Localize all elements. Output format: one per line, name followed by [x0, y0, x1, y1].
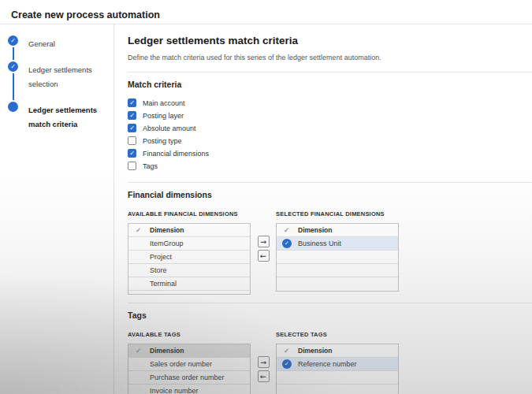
financial-dimensions-heading: Financial dimensions	[128, 190, 532, 199]
empty-table-row[interactable]	[277, 371, 398, 385]
row-label: Reference number	[298, 360, 357, 368]
available-tags-label: AVAILABLE TAGS	[128, 331, 251, 338]
selected-tags-grid[interactable]: ✓Dimension✓Reference number	[276, 344, 399, 394]
move-left-button[interactable]: ←	[258, 370, 270, 382]
table-row[interactable]: Store	[128, 264, 250, 277]
match-criteria-option[interactable]: ✓Financial dimensions	[128, 149, 532, 158]
selected-tags-column: SELECTED TAGS ✓Dimension✓Reference numbe…	[276, 329, 399, 394]
row-label: Business Unit	[298, 240, 341, 247]
tags-dual-list: AVAILABLE TAGS ✓DimensionSales order num…	[128, 329, 532, 394]
selected-financial-dimensions-label: SELECTED FINANCIAL DIMENSIONS	[276, 210, 399, 217]
checkbox-label: Main account	[143, 99, 185, 107]
column-header-label: Dimension	[298, 226, 332, 234]
row-selected-check-icon: ✓	[277, 239, 298, 248]
match-criteria-option[interactable]: Tags	[128, 162, 532, 170]
checkbox-checked-icon[interactable]: ✓	[128, 124, 136, 132]
tags-move-buttons: → ←	[251, 356, 276, 382]
empty-table-row[interactable]	[277, 264, 398, 277]
completed-step-check-icon: ✓	[8, 61, 18, 72]
checkbox-checked-icon[interactable]: ✓	[128, 98, 136, 107]
row-selected-check-icon: ✓	[277, 359, 298, 369]
table-row[interactable]: Worker	[128, 291, 250, 295]
checkbox-unchecked-icon[interactable]	[128, 136, 136, 145]
checkbox-label: Tags	[143, 162, 158, 170]
column-header-label: Dimension	[150, 226, 184, 234]
table-row[interactable]: Project	[128, 251, 250, 264]
wizard-step-3[interactable]: Ledger settlements match criteria	[5, 102, 109, 142]
column-header-label: Dimension	[298, 347, 332, 355]
available-tags-column: AVAILABLE TAGS ✓DimensionSales order num…	[128, 329, 251, 394]
grid-header-row[interactable]: ✓Dimension	[128, 224, 250, 237]
table-row[interactable]: ✓Business Unit	[277, 237, 398, 251]
table-row[interactable]: ItemGroup	[128, 237, 250, 251]
grid-header-row[interactable]: ✓Dimension	[277, 224, 398, 237]
checkbox-label: Posting layer	[143, 112, 184, 120]
table-row[interactable]: Sales order number	[128, 358, 250, 371]
wizard-step-2[interactable]: ✓Ledger settlements selection	[5, 61, 109, 102]
page-description: Define the match criteria used for this …	[128, 54, 532, 61]
column-check-icon: ✓	[128, 226, 150, 234]
financial-dimensions-move-buttons: → ←	[251, 236, 276, 262]
empty-table-row[interactable]	[277, 251, 398, 264]
tags-heading: Tags	[128, 310, 532, 320]
wizard-page: Ledger settlements match criteria Define…	[114, 24, 532, 394]
checkbox-label: Absolute amount	[143, 125, 196, 132]
table-row[interactable]: Purchase order number	[128, 371, 250, 385]
match-criteria-heading: Match criteria	[128, 80, 532, 89]
step-label: General	[28, 39, 55, 48]
match-criteria-option[interactable]: Posting type	[128, 136, 532, 145]
checkbox-checked-icon[interactable]: ✓	[128, 111, 136, 120]
column-check-icon: ✓	[128, 347, 150, 355]
grid-header-row[interactable]: ✓Dimension	[128, 344, 250, 358]
selected-financial-dimensions-column: SELECTED FINANCIAL DIMENSIONS ✓Dimension…	[276, 209, 399, 292]
match-criteria-section: Match criteria ✓Main account✓Posting lay…	[128, 72, 532, 182]
row-label: Purchase order number	[150, 374, 225, 381]
empty-table-row[interactable]	[277, 277, 398, 291]
step-label: Ledger settlements match criteria	[28, 106, 97, 128]
match-criteria-option[interactable]: ✓Absolute amount	[128, 124, 532, 132]
financial-dimensions-section: Financial dimensions AVAILABLE FINANCIAL…	[128, 183, 532, 303]
selected-row-check-icon: ✓	[282, 239, 292, 248]
completed-step-check-icon: ✓	[8, 35, 18, 46]
dialog-body: ✓General✓Ledger settlements selectionLed…	[0, 24, 532, 394]
selected-tags-label: SELECTED TAGS	[276, 331, 399, 338]
column-check-icon: ✓	[277, 226, 298, 234]
checkbox-label: Posting type	[143, 137, 182, 145]
wizard-step-1[interactable]: ✓General	[5, 35, 109, 61]
step-label: Ledger settlements selection	[28, 65, 92, 88]
row-label: ItemGroup	[150, 240, 184, 247]
checkbox-checked-icon[interactable]: ✓	[128, 149, 136, 158]
table-row[interactable]: ✓Reference number	[277, 358, 398, 371]
move-left-button[interactable]: ←	[258, 250, 270, 262]
checkbox-label: Financial dimensions	[143, 150, 209, 158]
page-title: Ledger settlements match criteria	[128, 35, 532, 46]
row-label: Store	[150, 266, 167, 274]
dialog-header: Create new process automation	[0, 0, 532, 24]
checkbox-unchecked-icon[interactable]	[128, 162, 136, 170]
selected-row-check-icon: ✓	[282, 359, 292, 369]
wizard-step-sidebar: ✓General✓Ledger settlements selectionLed…	[0, 24, 114, 394]
tags-section: Tags AVAILABLE TAGS ✓DimensionSales orde…	[128, 303, 532, 394]
available-financial-dimensions-label: AVAILABLE FINANCIAL DIMENSIONS	[128, 210, 251, 217]
row-label: Project	[150, 253, 172, 261]
available-financial-dimensions-grid[interactable]: ✓DimensionItemGroupProjectStoreTerminalW…	[128, 223, 251, 295]
row-label: Terminal	[150, 280, 177, 288]
financial-dimensions-dual-list: AVAILABLE FINANCIAL DIMENSIONS ✓Dimensio…	[128, 209, 532, 295]
available-tags-grid[interactable]: ✓DimensionSales order numberPurchase ord…	[128, 344, 251, 394]
row-label: Invoice number	[150, 387, 199, 394]
available-financial-dimensions-column: AVAILABLE FINANCIAL DIMENSIONS ✓Dimensio…	[128, 209, 251, 295]
grid-header-row[interactable]: ✓Dimension	[277, 344, 398, 358]
move-right-button[interactable]: →	[258, 236, 270, 247]
move-right-button[interactable]: →	[258, 356, 270, 368]
table-row[interactable]: Invoice number	[128, 385, 250, 394]
row-label: Sales order number	[150, 360, 212, 368]
column-check-icon: ✓	[277, 347, 298, 355]
column-header-label: Dimension	[150, 347, 184, 355]
selected-financial-dimensions-grid[interactable]: ✓Dimension✓Business Unit	[276, 223, 399, 292]
row-label: Worker	[150, 294, 173, 296]
table-row[interactable]: Terminal	[128, 277, 250, 291]
empty-table-row[interactable]	[277, 385, 398, 394]
match-criteria-option[interactable]: ✓Posting layer	[128, 111, 532, 120]
current-step-icon	[8, 102, 18, 112]
match-criteria-option[interactable]: ✓Main account	[128, 98, 532, 107]
